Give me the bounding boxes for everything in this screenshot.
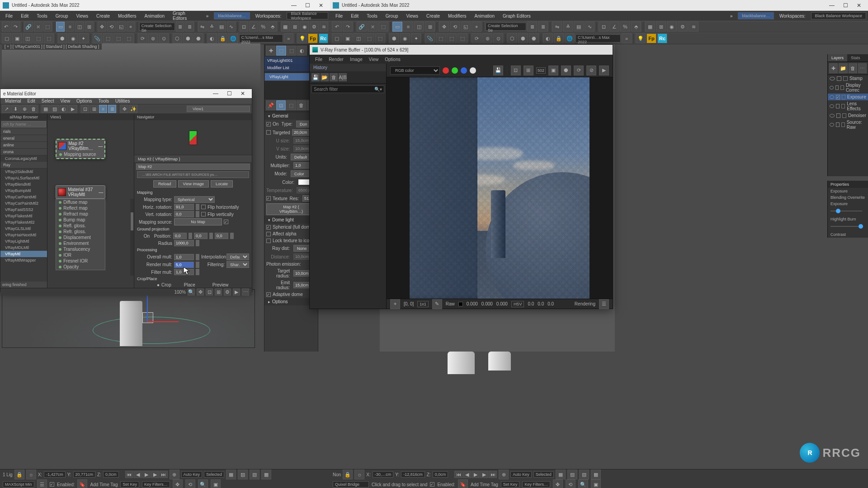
nav-icon[interactable]: ▦ [556, 469, 566, 479]
spinner[interactable] [189, 233, 192, 239]
save-image-icon[interactable]: 💾 [493, 66, 503, 75]
create-tab-icon[interactable]: ✚ [266, 46, 276, 56]
slot-item[interactable]: Reflect map [56, 205, 105, 211]
tag-icon[interactable]: 🔖 [77, 479, 87, 488]
select-name-icon[interactable]: ≡ [66, 22, 74, 32]
tb2-icon[interactable]: ▢ [2, 33, 11, 43]
slot-item[interactable]: Diffuse map [56, 199, 105, 205]
crop-radio[interactable]: Crop [161, 282, 171, 287]
rc-badge-icon[interactable]: Rc [319, 33, 328, 43]
isolate-icon[interactable]: ☼ [354, 469, 364, 479]
layer-label[interactable]: Display Correc [846, 83, 866, 93]
mat-item[interactable]: VRayGLSLMtl [0, 225, 47, 232]
tb2-icon[interactable]: ◐ [208, 33, 217, 43]
history-ab-icon[interactable]: A|B [339, 73, 347, 81]
grid-icon[interactable]: ⊞ [291, 22, 299, 32]
slot-item[interactable]: Displacement [56, 235, 105, 240]
slot-item[interactable]: Environment [56, 240, 105, 246]
tb2-icon[interactable]: ⬣ [193, 33, 203, 43]
tb2-icon[interactable]: ⬢ [183, 33, 193, 43]
mat-item[interactable]: CoronaLegacyMtl [0, 155, 47, 162]
nav-icon[interactable]: ⟲ [566, 479, 576, 488]
layers-icon[interactable]: ▤ [217, 22, 226, 32]
preview-label[interactable]: Preview [212, 282, 229, 287]
window-crossing-icon[interactable]: ⊞ [425, 22, 435, 32]
cylinder-mesh[interactable] [120, 301, 142, 346]
layer-label[interactable]: Stamp [849, 76, 863, 81]
render-last-icon[interactable]: ▶ [599, 66, 609, 75]
flipv-check[interactable] [201, 212, 206, 216]
zoom-icon[interactable]: 🔍 [188, 288, 195, 296]
history-save-icon[interactable]: 💾 [311, 73, 320, 81]
filtering-dropdown[interactable]: Shar…opic [226, 261, 249, 268]
pos3-field[interactable] [215, 233, 228, 239]
tb2-icon[interactable]: ▣ [343, 33, 353, 43]
fliph-check[interactable] [201, 205, 206, 209]
align-icon[interactable]: ≛ [208, 22, 216, 32]
cat-corona[interactable]: orona [0, 149, 47, 155]
slot-item[interactable]: Refl. gloss. [56, 223, 105, 229]
list-icon[interactable]: ≣ [176, 22, 184, 32]
double-chevron-icon[interactable]: » [726, 13, 736, 19]
path-field[interactable]: C:\Users\…s Max 2022 [576, 34, 621, 42]
tb2-icon[interactable]: ▢ [332, 33, 342, 43]
layer-check[interactable] [837, 76, 841, 81]
gear-icon[interactable]: ⚙ [224, 288, 231, 296]
menu-tools[interactable]: Tools [33, 13, 51, 19]
horiz-field[interactable] [174, 204, 194, 210]
fp-badge-icon[interactable]: Fp [308, 33, 317, 43]
menu-grapheditors[interactable]: Graph Editors [169, 10, 202, 22]
mat-item[interactable]: VRayFastSSS2 [0, 206, 47, 213]
layout2-icon[interactable]: ⊞ [90, 105, 98, 113]
x-field[interactable]: -1,427cm [44, 471, 66, 478]
wand-icon[interactable]: ✨ [129, 105, 137, 113]
preset-dropdown[interactable]: blackbalance… [214, 12, 250, 19]
assign-icon[interactable]: ⊕ [20, 105, 28, 113]
exposure-slider[interactable] [836, 209, 840, 213]
prev-frame-icon[interactable]: ◀ [463, 471, 471, 478]
slot-item[interactable]: Refr. gloss. [56, 229, 105, 235]
medit-menu-options[interactable]: Options [74, 98, 94, 104]
list2-icon[interactable]: ≣ [185, 22, 194, 32]
move-icon[interactable]: ✥ [439, 22, 449, 32]
selection-set-field[interactable]: Create Selection Se [486, 23, 526, 31]
mappingtype-dropdown[interactable]: Spherical [174, 196, 215, 203]
lock-selection-icon[interactable]: 🔒 [343, 469, 353, 479]
tb2-icon[interactable]: ◉ [400, 33, 410, 43]
eyedropper-icon[interactable]: ✎ [432, 299, 442, 309]
node-map[interactable]: Map #2VRayBitm…— Mapping source [56, 139, 105, 159]
setkey-button[interactable]: Set Key [120, 481, 139, 488]
lock-check[interactable] [266, 239, 271, 243]
close-button[interactable]: ✕ [315, 1, 327, 10]
menu-animation[interactable]: Animation [471, 13, 498, 19]
sample-type-icon[interactable]: ◐ [60, 105, 68, 113]
fit-icon[interactable]: ▣ [548, 66, 558, 75]
chevron-right-icon[interactable]: » [622, 33, 632, 43]
link-icon[interactable]: 🔗 [357, 22, 367, 32]
layout-all-icon[interactable]: ⊞ [215, 288, 222, 296]
tex-check[interactable] [266, 196, 271, 201]
medit-menu-material[interactable]: Material [2, 98, 24, 104]
navigator-preview[interactable] [134, 120, 252, 155]
menu-file[interactable]: File [2, 13, 16, 19]
eye-icon[interactable] [830, 86, 834, 89]
play-icon[interactable]: ▶ [142, 471, 151, 478]
quixel-field[interactable]: Quixel Bridge [333, 481, 369, 488]
mat-item[interactable]: VRayBumpMtl [0, 188, 47, 194]
workspace-dropdown[interactable]: Black Balance Workspace [811, 12, 866, 19]
tb2-icon[interactable]: ⊙ [493, 33, 503, 43]
nav-icon[interactable]: ▩ [261, 469, 271, 479]
minimize-button[interactable]: — [209, 89, 222, 98]
nav-icon[interactable]: ▨ [238, 469, 248, 479]
spherical-check[interactable] [266, 225, 271, 230]
layout4-icon[interactable]: ≣ [108, 105, 116, 113]
eye-icon[interactable] [830, 123, 834, 127]
layer-label[interactable]: Source: Raw [847, 120, 866, 130]
workspace-dropdown[interactable]: Black Balance Workspace [287, 12, 328, 19]
tb2-icon[interactable]: ◉ [68, 33, 78, 43]
lock-icon[interactable]: 🔒 [218, 33, 227, 43]
tb-icon[interactable]: ▦ [645, 22, 655, 32]
menu-file[interactable]: File [332, 13, 346, 19]
reload-button[interactable]: Reload [153, 180, 176, 188]
vrfb-menu-options[interactable]: Options [382, 56, 403, 62]
